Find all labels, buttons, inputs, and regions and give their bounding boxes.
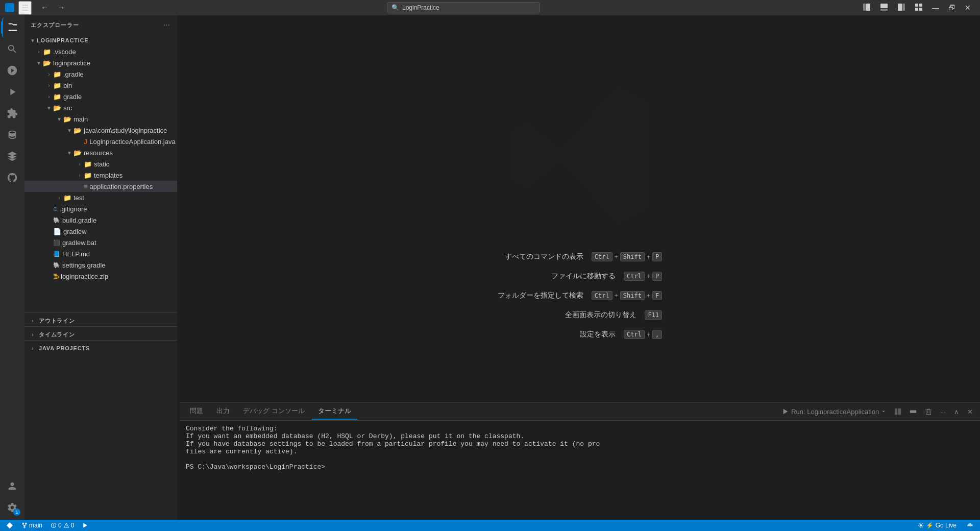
tree-item-zip[interactable]: › 🗜 loginpractice.zip bbox=[24, 271, 177, 282]
status-broadcast-button[interactable] bbox=[965, 520, 976, 531]
tree-label: gradlew.bat bbox=[62, 239, 96, 247]
tree-arrow: › bbox=[55, 195, 63, 201]
close-button[interactable]: ✕ bbox=[961, 2, 975, 14]
tree-arrow: ▼ bbox=[55, 116, 63, 122]
status-branch-button[interactable]: main bbox=[19, 520, 44, 531]
tree-item-static[interactable]: › 📁 static bbox=[24, 158, 177, 170]
sidebar-more-button[interactable]: ··· bbox=[162, 19, 171, 31]
md-icon: 📘 bbox=[53, 251, 60, 257]
java-projects-header[interactable]: › JAVA PROJECTS bbox=[24, 343, 177, 354]
search-input[interactable] bbox=[402, 4, 535, 11]
tree-item-src[interactable]: ▼ 📂 src bbox=[24, 102, 177, 113]
tree-item-java-pkg[interactable]: ▼ 📂 java\com\study\loginpractice bbox=[24, 125, 177, 136]
chevron-down-icon bbox=[881, 409, 886, 414]
tree-arrow: ▼ bbox=[29, 38, 37, 43]
activity-item-github[interactable] bbox=[2, 167, 22, 188]
terminal-line-1: Consider the following: bbox=[186, 425, 974, 432]
title-center: 🔍 bbox=[68, 2, 859, 13]
activity-item-db[interactable] bbox=[2, 125, 22, 145]
tree-item-gradle[interactable]: › 📁 .gradle bbox=[24, 68, 177, 80]
svg-rect-10 bbox=[910, 410, 916, 413]
tree-label: static bbox=[94, 160, 109, 168]
tree-arrow: ▼ bbox=[45, 105, 53, 111]
terminal-content[interactable]: Consider the following: If you want an e… bbox=[180, 421, 980, 520]
panel-maximize-button[interactable]: ∧ bbox=[951, 407, 962, 417]
tree-label: templates bbox=[94, 172, 122, 179]
panel-tab-problems[interactable]: 問題 bbox=[184, 403, 209, 420]
panel-more-button[interactable]: ··· bbox=[937, 407, 949, 417]
tree-item-vscode[interactable]: › 📁 .vscode bbox=[24, 46, 177, 57]
welcome-settings-label: 設定を表示 bbox=[580, 330, 616, 339]
activity-item-extensions[interactable] bbox=[2, 103, 22, 124]
branch-name: main bbox=[29, 522, 42, 529]
panel-tab-terminal[interactable]: ターミナル bbox=[312, 403, 357, 420]
tree-item-test[interactable]: › 📁 test bbox=[24, 192, 177, 203]
run-icon bbox=[782, 408, 789, 415]
minimize-button[interactable]: — bbox=[928, 2, 943, 14]
activity-item-docker[interactable] bbox=[2, 146, 22, 166]
sidebar: エクスプローラー ··· ▼ LOGINPRACTICE › 📁 .vscode… bbox=[24, 15, 178, 520]
restore-button[interactable]: 🗗 bbox=[944, 2, 960, 14]
status-errors-button[interactable]: 0 0 bbox=[48, 520, 76, 531]
trash-icon bbox=[925, 408, 932, 415]
tree-item-settings-gradle[interactable]: › 🐘 settings.gradle bbox=[24, 259, 177, 271]
tree-label: resources bbox=[84, 149, 113, 157]
hamburger-menu-button[interactable]: ☰ bbox=[18, 1, 32, 15]
panel-tab-debug-console[interactable]: デバッグ コンソール bbox=[237, 403, 311, 420]
tree-label: java\com\study\loginpractice bbox=[84, 127, 167, 134]
tree-item-help-md[interactable]: › 📘 HELP.md bbox=[24, 248, 177, 259]
activity-item-settings[interactable]: 1 bbox=[2, 497, 22, 518]
tree-item-loginpractice-root[interactable]: ▼ LOGINPRACTICE bbox=[24, 35, 177, 46]
welcome-content: すべてのコマンドの表示 Ctrl + Shift + P ファイルに移動する C… bbox=[498, 252, 662, 339]
panel-split-button[interactable] bbox=[891, 407, 904, 416]
tree-label: application.properties bbox=[90, 183, 153, 190]
editor-area: すべてのコマンドの表示 Ctrl + Shift + P ファイルに移動する C… bbox=[180, 15, 980, 520]
status-run-icon[interactable] bbox=[80, 520, 90, 531]
tree-item-build-gradle[interactable]: › 🐘 build.gradle bbox=[24, 214, 177, 226]
activity-item-run[interactable] bbox=[2, 82, 22, 102]
tree-item-templates[interactable]: › 📁 templates bbox=[24, 170, 177, 181]
tree-item-loginpractice-folder[interactable]: ▼ 📂 loginpractice bbox=[24, 57, 177, 68]
folder-icon: 📁 bbox=[63, 194, 71, 202]
search-bar[interactable]: 🔍 bbox=[387, 2, 540, 13]
tree-item-gradle2[interactable]: › 📁 gradle bbox=[24, 91, 177, 102]
tree-item-gitignore[interactable]: › ⊙ .gitignore bbox=[24, 203, 177, 214]
go-live-button[interactable]: ⚡ Go Live bbox=[914, 520, 961, 531]
panel-layout-button[interactable] bbox=[906, 407, 920, 416]
layout-grid-button[interactable] bbox=[911, 1, 927, 15]
forward-button[interactable]: → bbox=[54, 2, 68, 13]
kbd-ctrl: Ctrl bbox=[624, 330, 645, 339]
welcome-fullscreen-label: 全画面表示の切り替え bbox=[565, 310, 636, 320]
broadcast-icon bbox=[967, 522, 974, 529]
activity-item-search[interactable] bbox=[2, 39, 22, 59]
tree-item-bin[interactable]: › 📁 bin bbox=[24, 80, 177, 91]
timeline-header[interactable]: › タイムライン bbox=[24, 329, 177, 340]
folder-icon: 📁 bbox=[84, 172, 92, 179]
tree-item-gradlew-bat[interactable]: › ⬛ gradlew.bat bbox=[24, 237, 177, 248]
tree-item-gradlew[interactable]: › 📄 gradlew bbox=[24, 226, 177, 237]
activity-item-git[interactable] bbox=[2, 60, 22, 81]
timeline-label: タイムライン bbox=[39, 331, 75, 339]
kbd-ctrl: Ctrl bbox=[624, 272, 645, 281]
sidebar-title: エクスプローラー bbox=[31, 21, 79, 29]
layout-sidebar-button[interactable] bbox=[859, 1, 875, 15]
panel-close-button[interactable]: ✕ bbox=[964, 407, 976, 417]
go-live-icon bbox=[918, 522, 924, 528]
panel-tab-output[interactable]: 出力 bbox=[210, 403, 236, 420]
activity-item-account[interactable] bbox=[2, 476, 22, 496]
layout-right-button[interactable] bbox=[893, 1, 910, 15]
panel-run-button[interactable]: Run: LoginpracticeApplication bbox=[779, 407, 889, 417]
kbd-p: P bbox=[652, 252, 662, 261]
layout-panel-button[interactable] bbox=[876, 1, 892, 15]
panel-trash-button[interactable] bbox=[922, 407, 935, 416]
tree-item-application-props[interactable]: › ≡ application.properties bbox=[24, 181, 177, 192]
activity-item-explorer[interactable] bbox=[2, 17, 22, 38]
outline-header[interactable]: › アウトライン bbox=[24, 315, 177, 326]
tree-item-main[interactable]: ▼ 📂 main bbox=[24, 113, 177, 125]
tree-arrow: › bbox=[29, 346, 37, 351]
run-status-icon bbox=[82, 522, 88, 528]
tree-item-resources[interactable]: ▼ 📂 resources bbox=[24, 147, 177, 158]
status-remote-button[interactable] bbox=[4, 520, 15, 531]
back-button[interactable]: ← bbox=[38, 2, 52, 13]
tree-item-java-file[interactable]: › J LoginpracticeApplication.java bbox=[24, 136, 177, 147]
